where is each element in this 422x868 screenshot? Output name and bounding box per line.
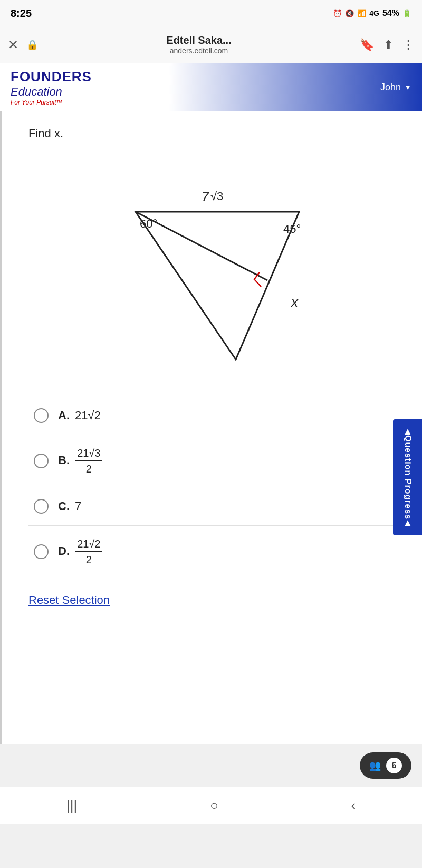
android-recents-button[interactable]: ||| bbox=[51, 792, 93, 819]
progress-arrow-top: ▲ bbox=[401, 426, 414, 438]
battery-icon: 🔋 bbox=[402, 9, 411, 17]
choice-c-text: C. 7 bbox=[58, 499, 81, 513]
browser-close-button[interactable]: ✕ bbox=[8, 37, 18, 52]
browser-url-area: Edtell Saka... anders.edtell.com bbox=[46, 34, 352, 55]
choice-a[interactable]: A. 21√2 bbox=[28, 397, 401, 435]
mute-icon: 🔇 bbox=[345, 9, 354, 17]
svg-marker-0 bbox=[136, 212, 299, 360]
share-button[interactable]: ⬆ bbox=[383, 38, 393, 52]
geometry-diagram: 7 √3 60° 45° x bbox=[104, 154, 325, 375]
logo-tagline: For Your Pursuit™ bbox=[11, 99, 92, 106]
svg-text:√3: √3 bbox=[210, 190, 223, 203]
user-dropdown-arrow: ▼ bbox=[404, 83, 411, 91]
status-bar: 8:25 ⏰ 🔇 📶 4G 54% 🔋 bbox=[0, 0, 422, 26]
bottom-badge-area: 👥 6 bbox=[0, 744, 422, 787]
choice-c[interactable]: C. 7 bbox=[28, 487, 401, 526]
wifi-icon: 📶 bbox=[357, 9, 366, 17]
logo-founders: FOUNDERS bbox=[11, 69, 92, 85]
username-label: John bbox=[380, 82, 401, 93]
user-menu[interactable]: John ▼ bbox=[380, 82, 411, 93]
signal-icon: 4G bbox=[369, 9, 379, 17]
browser-title: Edtell Saka... bbox=[166, 34, 231, 46]
radio-c[interactable] bbox=[34, 499, 49, 514]
radio-d[interactable] bbox=[34, 544, 49, 559]
fraction-d: 21√2 2 bbox=[75, 537, 102, 566]
reset-selection-button[interactable]: Reset Selection bbox=[28, 593, 110, 607]
android-nav-bar: ||| ○ ‹ bbox=[0, 787, 422, 824]
alarm-icon: ⏰ bbox=[333, 9, 342, 17]
logo-education: Education bbox=[11, 85, 92, 99]
android-back-button[interactable]: ‹ bbox=[335, 792, 371, 819]
browser-url: anders.edtell.com bbox=[170, 46, 228, 55]
radio-a[interactable] bbox=[34, 408, 49, 423]
choice-a-text: A. 21√2 bbox=[58, 409, 101, 422]
progress-arrow-bottom: ▲ bbox=[401, 517, 414, 529]
svg-text:7: 7 bbox=[202, 188, 210, 204]
chat-badge[interactable]: 👥 6 bbox=[360, 752, 411, 779]
svg-text:45°: 45° bbox=[283, 222, 301, 235]
chat-count: 6 bbox=[386, 758, 402, 773]
progress-label: Question Progress bbox=[403, 435, 413, 520]
choice-b[interactable]: B. 21√3 2 bbox=[28, 435, 401, 487]
bookmark-button[interactable]: 🔖 bbox=[360, 38, 374, 52]
choice-b-text: B. 21√3 2 bbox=[58, 447, 102, 475]
choice-d-text: D. 21√2 2 bbox=[58, 537, 102, 566]
svg-text:60°: 60° bbox=[140, 217, 157, 230]
status-icons: ⏰ 🔇 📶 4G 54% 🔋 bbox=[333, 8, 411, 18]
chat-icon: 👥 bbox=[369, 760, 381, 771]
logo-area: FOUNDERS Education For Your Pursuit™ bbox=[11, 69, 92, 106]
browser-actions: 🔖 ⬆ ⋮ bbox=[360, 38, 414, 52]
answer-choices: A. 21√2 B. 21√3 2 C. 7 bbox=[28, 397, 401, 578]
fraction-b: 21√3 2 bbox=[75, 447, 102, 475]
choice-d[interactable]: D. 21√2 2 bbox=[28, 526, 401, 578]
android-home-button[interactable]: ○ bbox=[194, 792, 234, 819]
browser-bar: ✕ 🔒 Edtell Saka... anders.edtell.com 🔖 ⬆… bbox=[0, 26, 422, 63]
diagram-area: 7 √3 60° 45° x bbox=[28, 154, 401, 375]
question-progress-button[interactable]: ▲ Question Progress ▲ bbox=[393, 419, 422, 535]
question-prompt: Find x. bbox=[28, 127, 401, 140]
radio-b[interactable] bbox=[34, 454, 49, 468]
site-header: FOUNDERS Education For Your Pursuit™ Joh… bbox=[0, 63, 422, 111]
main-content: Find x. 7 √3 60° 45° x bbox=[0, 111, 422, 744]
status-time: 8:25 bbox=[11, 7, 32, 20]
battery-text: 54% bbox=[382, 8, 399, 18]
svg-text:x: x bbox=[290, 294, 299, 310]
menu-button[interactable]: ⋮ bbox=[402, 38, 414, 52]
lock-icon: 🔒 bbox=[26, 39, 38, 51]
